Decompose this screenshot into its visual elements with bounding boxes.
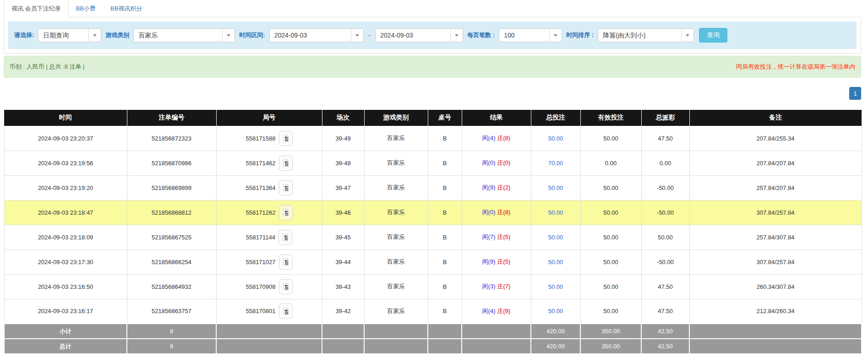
table-summary-row: 总计8420.00350.0042.50 [4,339,862,354]
cell-round: 558171462 [216,151,322,175]
cell-payout: 0.00 [641,151,689,175]
total-bet-link[interactable]: 50.00 [548,308,563,314]
table-row: 2024-09-03 23:16:17521856863757558170801… [4,299,862,324]
video-replay-button[interactable] [279,279,293,294]
cell-bet-id: 521856869899 [127,175,216,200]
summary-cell: 8 [127,339,216,354]
chevron-down-icon[interactable] [450,29,463,42]
cell-table-no: B [428,175,462,200]
total-bet-link[interactable]: 50.00 [548,283,563,290]
summary-cell [364,324,428,339]
round-number: 558171262 [246,209,275,216]
result-player: 闲(0) [482,209,496,216]
cell-valid-bet: 50.00 [580,299,641,324]
chevron-down-icon[interactable] [681,29,693,42]
result-player: 闲(4) [482,308,496,314]
cell-round: 558170908 [216,274,322,299]
cell-remark: 307.84/257.84 [689,249,862,274]
result-player: 闲(3) [482,283,496,290]
cell-time: 2024-09-03 23:20:37 [4,126,127,151]
column-header: 有效投注 [580,110,641,126]
cell-round: 558171262 [216,200,322,225]
cell-total-bet: 50.00 [531,175,580,200]
search-button[interactable]: 查询 [699,28,727,43]
chevron-down-icon[interactable] [351,29,363,42]
cell-round: 558171588 [216,126,322,151]
cell-round: 558170801 [216,299,322,324]
cell-table-no: B [428,200,462,225]
summary-cell [689,339,862,354]
summary-cell [428,339,462,354]
video-replay-button[interactable] [278,230,292,245]
cell-game-type: 百家乐 [364,249,428,274]
cell-remark: 257.84/307.84 [689,225,862,249]
total-bet-link[interactable]: 50.00 [548,135,563,142]
cell-time: 2024-09-03 23:16:17 [4,299,127,324]
round-number: 558171364 [246,184,275,191]
cell-table-no: B [428,274,462,299]
date-from-select[interactable]: 2024-09-03 [269,28,364,42]
sort-label: 时间排序 : [566,31,594,39]
bet-records-table: 时间注单编号局号场次游戏类别桌号结果总投注有效投注总派彩备注 2024-09-0… [4,110,862,354]
cell-bet-id: 521856870986 [127,151,216,175]
cell-session: 39-47 [322,175,364,200]
date-to-select[interactable]: 2024-09-03 [375,28,463,42]
video-replay-button[interactable] [279,205,293,220]
game-type-value: 百家乐 [134,29,222,42]
column-header: 桌号 [428,110,462,126]
page-size-label: 每页笔数 : [467,31,495,39]
page-1-button[interactable]: 1 [849,87,861,100]
tab-video-bet-records[interactable]: 视讯 会员下注纪录 [4,0,69,17]
cell-payout: -50.00 [641,249,689,274]
total-bet-link[interactable]: 50.00 [548,259,563,265]
cell-result: 闲(9)庄(5) [462,249,531,274]
video-replay-button[interactable] [279,303,293,319]
summary-cell [322,324,364,339]
game-type-select[interactable]: 百家乐 [133,28,235,42]
page-size-select[interactable]: 100 [499,28,562,42]
summary-cell: 8 [127,324,216,339]
table-row: 2024-09-03 23:19:56521856870986558171462… [4,151,862,175]
table-header: 时间注单编号局号场次游戏类别桌号结果总投注有效投注总派彩备注 [4,110,862,126]
total-bet-link[interactable]: 50.00 [548,184,563,191]
summary-cell [689,324,862,339]
cell-bet-id: 521856872323 [127,126,216,151]
summary-label: 总计 [4,339,127,354]
pagination: 1 [4,87,861,100]
summary-cell: 42.50 [641,324,689,339]
query-type-value: 日期查询 [38,29,88,42]
video-replay-button[interactable] [279,180,293,195]
summary-cell: 42.50 [641,339,689,354]
result-banker: 庄(2) [497,184,511,191]
cell-game-type: 百家乐 [364,200,428,225]
chevron-down-icon[interactable] [222,29,235,42]
result-banker: 庄(8) [497,209,511,216]
sort-select[interactable]: 降冪(由大到小) [598,28,694,42]
table-row: 2024-09-03 23:18:47521856868812558171262… [4,200,862,225]
cell-game-type: 百家乐 [364,126,428,151]
cell-time: 2024-09-03 23:19:56 [4,151,127,175]
total-bet-link[interactable]: 70.00 [548,160,563,167]
summary-cell: 420.00 [531,339,580,354]
cell-valid-bet: 50.00 [580,126,641,151]
table-row: 2024-09-03 23:16:50521856864932558170908… [4,274,862,299]
table-row: 2024-09-03 23:17:30521856866254558171027… [4,249,862,274]
cell-total-bet: 50.00 [531,200,580,225]
chevron-down-icon[interactable] [549,29,562,42]
tab-bb-tips[interactable]: BB小费 [69,0,103,17]
chevron-down-icon[interactable] [88,29,101,42]
date-to-value: 2024-09-03 [376,29,450,42]
query-type-select[interactable]: 日期查询 [38,28,101,42]
cell-payout: 47.50 [641,274,689,299]
video-replay-button[interactable] [279,131,293,146]
total-bet-link[interactable]: 50.00 [548,234,563,241]
cell-bet-id: 521856866254 [127,249,216,274]
video-replay-button[interactable] [279,255,293,270]
cell-remark: 257.84/207.84 [689,175,862,200]
video-replay-button[interactable] [279,156,293,171]
summary-cell [322,339,364,354]
total-bet-link[interactable]: 50.00 [548,209,563,216]
cell-time: 2024-09-03 23:17:30 [4,249,127,274]
cell-total-bet: 50.00 [531,249,580,274]
tab-bb-video-points[interactable]: BB视讯积分 [103,0,149,17]
